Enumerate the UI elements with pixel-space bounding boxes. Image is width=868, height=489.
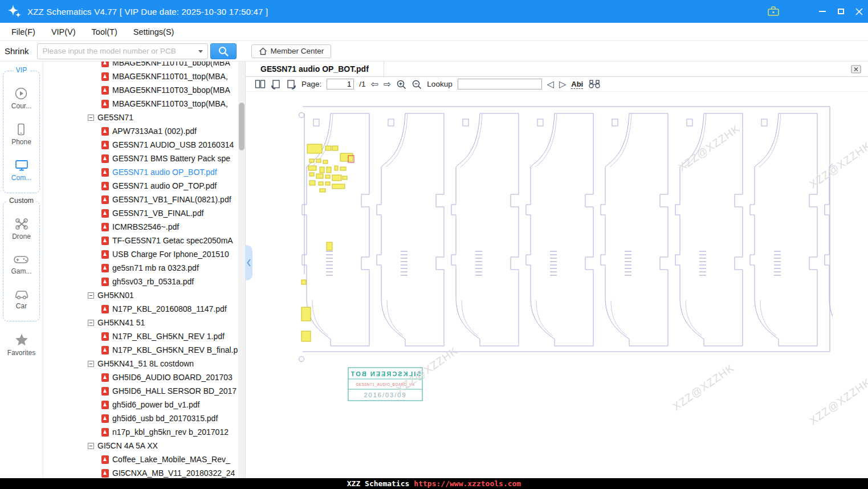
statusbar-url[interactable]: https://www.xzztools.com xyxy=(414,479,521,488)
tree-item[interactable]: MBAGE5KNF110T01_ttop(MBA, xyxy=(88,70,245,83)
tree-item[interactable]: MBAGE5KNF110T03_bbop(MBA xyxy=(88,83,245,97)
menu-settings[interactable]: Settings(S) xyxy=(125,23,182,41)
tree-item[interactable]: APW7313Aa1 (002).pdf xyxy=(88,124,245,138)
sidebar-item-label: Drone xyxy=(12,233,31,241)
pdf-file-icon xyxy=(101,62,109,67)
tree-item[interactable]: GH5ID6_HALL SERSOR BD_2017 xyxy=(88,384,245,398)
tree-item-label: GE5SN71 BMS Battery Pack spe xyxy=(112,154,230,163)
match-case-button[interactable]: Abi xyxy=(571,80,583,89)
zoom-in-button[interactable] xyxy=(396,79,406,89)
statusbar: XZZ Schematics https://www.xzztools.com xyxy=(0,478,868,489)
computer-icon xyxy=(14,158,29,172)
search-in-document-button[interactable] xyxy=(588,79,601,89)
tree-item[interactable]: N17P_KBL_GH5KN_REV B_final.p xyxy=(88,343,245,357)
tree-item[interactable]: Coffee_Lake_Mobile_MAS_Rev_ xyxy=(88,453,245,466)
lookup-input[interactable] xyxy=(458,79,542,89)
tree-item[interactable]: gh5sv03_rb_0531a.pdf xyxy=(88,275,245,288)
vip-briefcase-icon[interactable] xyxy=(767,5,780,18)
close-document-button[interactable] xyxy=(851,65,861,74)
collapse-minus-icon[interactable] xyxy=(88,292,94,299)
app-logo-icon xyxy=(7,4,22,19)
sidebar-item-favorites[interactable]: Favorites xyxy=(0,333,43,357)
tree-item[interactable]: N17P_KBL_20160808_1147.pdf xyxy=(88,302,245,316)
tree-item[interactable]: MBAGE5KNF110T01_bbop(MBA xyxy=(88,62,245,70)
search-button[interactable] xyxy=(210,43,237,59)
shrink-button[interactable]: Shrink xyxy=(5,46,29,56)
tree-item-label: ICMRBS2546~.pdf xyxy=(112,222,179,231)
tree-item[interactable]: GE5SN71 BMS Battery Pack spe xyxy=(88,152,245,165)
tree-item-label: GH5KN41 51 xyxy=(97,318,145,327)
search-input[interactable] xyxy=(37,43,208,59)
tree-item-label: GE5SN71_VB_FINAL.pdf xyxy=(112,209,203,218)
tree-item[interactable]: GE5SN71_VB_FINAL.pdf xyxy=(88,206,245,220)
previous-page-button[interactable]: ⇦ xyxy=(371,80,378,89)
rotate-right-button[interactable] xyxy=(286,79,296,89)
panel-collapse-handle[interactable] xyxy=(245,245,252,280)
minimize-button[interactable] xyxy=(813,0,832,23)
menu-tool[interactable]: Tool(T) xyxy=(84,23,125,41)
watermarks: XZZ@XZZHK XZZ@XZZHK XZZ@XZZHK XZZ@XZZHK … xyxy=(394,123,868,427)
tree-item[interactable]: gh5id6_usb bd_20170315.pdf xyxy=(88,411,245,425)
collapse-minus-icon[interactable] xyxy=(88,443,94,449)
menu-vip[interactable]: VIP(V) xyxy=(43,23,84,41)
dropdown-arrow-icon[interactable] xyxy=(198,50,203,53)
tree-item-label: GH5KN01 xyxy=(97,291,134,300)
tree-item[interactable]: GE5SN71_VB1_FINAL(0821).pdf xyxy=(88,193,245,206)
rotate-left-button[interactable] xyxy=(271,79,281,89)
pcb-silkscreen-drawing: SILKSCREEN BOT GE5SN71_AUDIO_BOARD_VA 20… xyxy=(246,92,868,478)
pdf-file-icon xyxy=(101,332,109,341)
collapse-minus-icon[interactable] xyxy=(88,361,94,367)
tree-item[interactable]: GH5KN41 51 xyxy=(88,316,245,329)
tree-item[interactable]: GE5SN71 AUDIO_USB 20160314 xyxy=(88,138,245,152)
tree-item[interactable]: GH5KN41_51 8L costdown xyxy=(88,357,245,370)
pdf-file-icon xyxy=(101,195,109,204)
vip-section: VIP Cour... Phone xyxy=(3,71,40,193)
tree-item[interactable]: TF-GE5SN71 Getac spec2050mA xyxy=(88,234,245,247)
sidebar-item-label: Cour... xyxy=(11,102,31,110)
tree-scrollbar[interactable] xyxy=(238,62,245,478)
tree-item[interactable]: GH5KN01 xyxy=(88,288,245,302)
collapse-minus-icon[interactable] xyxy=(88,115,94,121)
close-button[interactable] xyxy=(850,0,868,23)
tree-item-label: GI5CN 4A 5A XX xyxy=(97,441,158,450)
tree-item[interactable]: ge5sn71 mb ra 0323.pdf xyxy=(88,261,245,275)
pdf-canvas[interactable]: SILKSCREEN BOT GE5SN71_AUDIO_BOARD_VA 20… xyxy=(246,92,868,478)
tree-item[interactable]: ICMRBS2546~.pdf xyxy=(88,220,245,234)
tree-item[interactable]: GI5CNXA_MB_V11_20180322_24 xyxy=(88,466,245,478)
tree-item[interactable]: GI5CN 4A 5A XX xyxy=(88,439,245,453)
sidebar-item-drone[interactable]: Drone xyxy=(12,217,31,241)
find-previous-button[interactable]: ◁ xyxy=(547,80,554,89)
tree-item[interactable]: MBAGE5KNF110T03_ttop(MBA, xyxy=(88,97,245,111)
document-tab[interactable]: GE5SN71 audio OP_BOT.pdf xyxy=(246,62,384,76)
sidebar-item-label: Favorites xyxy=(7,349,35,357)
two-page-view-button[interactable] xyxy=(255,79,266,89)
tree-item-label: gh5sv03_rb_0531a.pdf xyxy=(112,277,194,286)
tree-item[interactable]: GE5SN71 xyxy=(88,111,245,124)
menu-file[interactable]: File(F) xyxy=(3,23,43,41)
page-number-input[interactable] xyxy=(327,79,354,89)
tree-scrollbar-thumb[interactable] xyxy=(239,103,244,150)
next-page-button[interactable]: ⇨ xyxy=(384,80,391,89)
sidebar-item-car[interactable]: Car xyxy=(14,288,30,310)
find-next-button[interactable]: ▷ xyxy=(559,80,566,89)
sidebar-item-computer[interactable]: Com... xyxy=(11,158,31,182)
tree-item[interactable]: GE5SN71 audio OP_BOT.pdf xyxy=(88,165,245,179)
tree-item[interactable]: GH5ID6_AUDIO BOARD_201703 xyxy=(88,370,245,384)
sidebar-item-course[interactable]: Cour... xyxy=(11,87,31,110)
tree-item-label: N17P_KBL_GH5KN_REV B_final.p xyxy=(112,345,238,354)
tree-item[interactable]: USB Charge For Iphone_201510 xyxy=(88,247,245,261)
tree-item-label: Coffee_Lake_Mobile_MAS_Rev_ xyxy=(112,455,230,464)
sidebar-item-phone[interactable]: Phone xyxy=(11,123,31,146)
sidebar-item-game[interactable]: Gam... xyxy=(11,253,31,275)
tree-item[interactable]: N17P_KBL_GH5KN_REV 1.pdf xyxy=(88,329,245,343)
tree-item[interactable]: n17p_kbl_gh5kn_rev b_2017012 xyxy=(88,425,245,439)
maximize-button[interactable] xyxy=(832,0,850,23)
tree-item[interactable]: gh5id6_power bd_v1.pdf xyxy=(88,398,245,411)
tree-item[interactable]: GE5SN71 audio OP_TOP.pdf xyxy=(88,179,245,193)
zoom-out-button[interactable] xyxy=(411,79,422,89)
member-center-button[interactable]: Member Center xyxy=(251,44,332,58)
collapse-minus-icon[interactable] xyxy=(88,320,94,326)
gamepad-icon xyxy=(13,253,29,266)
toolbar: Shrink Member Center xyxy=(0,41,868,62)
pdf-file-icon xyxy=(101,72,109,81)
